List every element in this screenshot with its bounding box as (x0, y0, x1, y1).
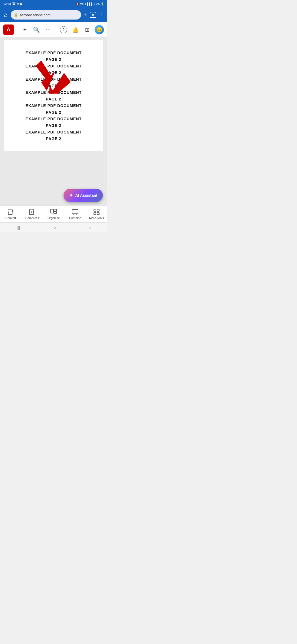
svg-rect-7 (72, 209, 75, 214)
apps-grid-icon[interactable]: ⊞ (84, 25, 91, 34)
home-nav-button[interactable]: ○ (49, 224, 61, 231)
pdf-line-3: EXAMPLE PDF DOCUMENT (10, 64, 98, 68)
svg-rect-2 (8, 209, 12, 215)
ai-assistant-header-icon[interactable]: ✦ (22, 26, 28, 34)
convert-label: Convert (6, 216, 16, 220)
adobe-logo-text: A (7, 27, 10, 32)
organize-tool[interactable]: Organize (45, 208, 62, 220)
mute-icon: 🔇 (76, 2, 79, 6)
back-nav-button[interactable]: ||| (12, 224, 24, 231)
adobe-logo: A (3, 24, 14, 35)
pdf-line-7: EXAMPLE PDF DOCUMENT (10, 90, 98, 95)
status-right: 🔇 WiFi ▌▌▌ 76% 🔋 (76, 2, 104, 6)
recents-nav-button[interactable]: ‹ (85, 224, 95, 231)
pdf-line-5: EXAMPLE PDF DOCUMENT (10, 77, 98, 81)
pdf-line-14: PAGE 2 (10, 137, 98, 141)
pdf-line-4: PAGE 2 (10, 70, 98, 75)
nav-bar: ||| ○ ‹ (0, 222, 107, 232)
url-security-icon: 🔒 (14, 13, 18, 17)
home-icon[interactable]: ⌂ (3, 10, 9, 20)
time: 12:58 (3, 2, 11, 6)
svg-rect-11 (94, 212, 96, 215)
pdf-page: EXAMPLE PDF DOCUMENT PAGE 2 EXAMPLE PDF … (4, 40, 103, 151)
pdf-line-12: PAGE 2 (10, 123, 98, 128)
help-icon[interactable]: ? (60, 26, 67, 33)
bottom-toolbar: Convert Compress Organize Combine (0, 205, 107, 222)
combine-label: Combine (69, 216, 81, 220)
svg-rect-10 (97, 209, 99, 211)
pdf-line-1: EXAMPLE PDF DOCUMENT (10, 51, 98, 55)
signal-icon: ▌▌▌ (87, 2, 93, 6)
svg-rect-8 (75, 209, 78, 214)
user-avatar[interactable]: 😊 (95, 25, 104, 34)
status-left: 12:58 🖼 M ▶ (3, 2, 23, 6)
battery-level: 76% (94, 2, 100, 6)
pdf-content-area: EXAMPLE PDF DOCUMENT PAGE 2 EXAMPLE PDF … (0, 37, 107, 205)
battery-icon: 🔋 (101, 2, 104, 6)
combine-icon (72, 208, 79, 215)
pdf-line-8: PAGE 2 (10, 97, 98, 101)
compress-label: Compress (25, 216, 39, 220)
ai-assistant-label: AI Assistant (75, 193, 97, 198)
status-bar: 12:58 🖼 M ▶ 🔇 WiFi ▌▌▌ 76% 🔋 (0, 0, 107, 8)
gmail-icon: M (17, 2, 19, 6)
browser-actions: + 9 ⋮ (83, 11, 105, 18)
browser-menu-button[interactable]: ⋮ (99, 12, 105, 18)
youtube-icon: ▶ (20, 2, 23, 6)
app-header: A ✦ 🔍 ··· ? 🔔 ⊞ 😊 (0, 22, 107, 37)
tab-count[interactable]: 9 (90, 12, 96, 18)
pdf-line-2: PAGE 2 (10, 57, 98, 62)
svg-rect-9 (94, 209, 96, 211)
svg-rect-4 (51, 209, 54, 213)
more-options-button[interactable]: ··· (45, 26, 52, 34)
notification-icon[interactable]: 🔔 (71, 25, 80, 34)
ai-assistant-icon: ✦ (69, 192, 73, 198)
header-divider (56, 26, 56, 34)
svg-rect-3 (29, 209, 34, 215)
organize-label: Organize (48, 216, 60, 220)
photo-icon: 🖼 (12, 2, 15, 6)
more-tools-label: More Tools (89, 216, 104, 220)
combine-tool[interactable]: Combine (67, 208, 83, 220)
pdf-line-10: PAGE 2 (10, 110, 98, 114)
compress-icon (29, 208, 36, 215)
pdf-line-6: PAGE 2 (10, 84, 98, 88)
more-tools-icon (93, 208, 100, 215)
more-tools-tool[interactable]: More Tools (88, 208, 105, 220)
new-tab-button[interactable]: + (83, 11, 87, 18)
svg-rect-12 (97, 212, 99, 215)
convert-tool[interactable]: Convert (2, 208, 19, 220)
pdf-line-13: EXAMPLE PDF DOCUMENT (10, 130, 98, 134)
url-bar[interactable]: 🔒 acrobat.adobe.com/ (11, 10, 81, 20)
search-icon[interactable]: 🔍 (32, 25, 41, 34)
wifi-icon: WiFi (80, 2, 86, 6)
ai-assistant-button[interactable]: ✦ AI Assistant (64, 189, 103, 202)
svg-rect-6 (54, 212, 57, 214)
url-text: acrobat.adobe.com/ (20, 13, 78, 17)
avatar-emoji: 😊 (96, 27, 102, 33)
svg-rect-5 (54, 209, 57, 211)
pdf-line-9: EXAMPLE PDF DOCUMENT (10, 103, 98, 108)
convert-icon (7, 208, 14, 215)
compress-tool[interactable]: Compress (24, 208, 40, 220)
organize-icon (50, 208, 57, 215)
browser-bar: ⌂ 🔒 acrobat.adobe.com/ + 9 ⋮ (0, 8, 107, 22)
pdf-line-11: EXAMPLE PDF DOCUMENT (10, 117, 98, 121)
